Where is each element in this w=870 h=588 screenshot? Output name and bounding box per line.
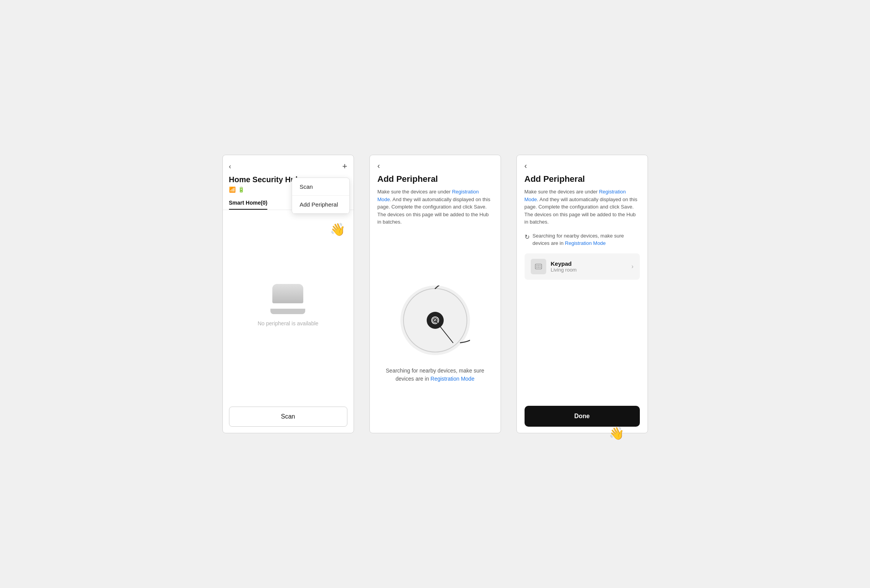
screen2-title: Add Peripheral [378,174,493,184]
svg-rect-9 [538,267,539,267]
wifi-icon: 📶 [229,186,236,193]
screens-container: ‹ + Home Security Hub › 📶 🔋 Smart Home(0… [222,155,648,433]
svg-line-3 [435,320,453,343]
screen2-desc: Make sure the devices are under Registra… [378,188,493,226]
spin-icon: ↻ [525,232,530,242]
screen3-search-link[interactable]: Registration Mode [565,240,606,246]
screen2-searching-text: Searching for nearby devices, make sure … [378,367,493,383]
svg-rect-7 [539,265,540,266]
back-button-screen1[interactable]: ‹ [229,162,231,171]
hub-device-icon [272,284,303,303]
scan-needle-svg [400,285,470,355]
scan-button[interactable]: Scan [229,407,347,427]
screen1-nav: ‹ + [229,161,347,171]
device-name: Keypad [551,260,627,267]
plus-button-screen1[interactable]: + [342,161,347,171]
hub-device-base [270,309,305,314]
back-button-screen2[interactable]: ‹ [378,161,493,170]
screen3-footer: Done 👋 [517,400,648,433]
no-peripheral-text: No peripheral is available [258,320,318,326]
screen1-title: Home Security Hub [229,175,300,184]
dropdown-menu: Scan Add Peripheral 👋 [292,178,350,214]
back-button-screen3[interactable]: ‹ [525,161,640,170]
device-chevron-icon: › [631,263,633,270]
svg-rect-10 [539,267,540,267]
scan-circle [400,285,470,355]
screen-3: ‹ Add Peripheral Make sure the devices a… [516,155,648,433]
cursor-hand-done: 👋 [609,426,624,441]
battery-icon: 🔋 [238,186,244,193]
screen3-header: ‹ Add Peripheral Make sure the devices a… [517,155,648,232]
searching-inline: ↻ Searching for nearby devices, make sur… [517,232,648,247]
svg-rect-4 [535,264,542,269]
keypad-icon [531,259,546,274]
device-room: Living room [551,267,627,273]
screen-2: ‹ Add Peripheral Make sure the devices a… [369,155,501,433]
dropdown-item-add-peripheral[interactable]: Add Peripheral [292,196,349,214]
screen2-search-link[interactable]: Registration Mode [431,376,475,382]
svg-rect-5 [536,265,537,266]
screen3-title: Add Peripheral [525,174,640,184]
screen3-desc: Make sure the devices are under Registra… [525,188,640,226]
dropdown-item-scan[interactable]: Scan [292,178,349,196]
device-list-item-keypad[interactable]: Keypad Living room › [525,253,640,280]
scanning-area: Searching for nearby devices, make sure … [370,232,501,433]
screen-1: ‹ + Home Security Hub › 📶 🔋 Smart Home(0… [222,155,354,433]
screen1-footer: Scan [223,400,354,433]
done-button[interactable]: Done [525,406,640,427]
tab-smart-home[interactable]: Smart Home(0) [229,197,268,210]
screen2-header: ‹ Add Peripheral Make sure the devices a… [370,155,501,232]
svg-rect-6 [538,265,539,266]
svg-rect-8 [536,267,537,267]
screen1-body: No peripheral is available [223,210,354,400]
device-info: Keypad Living room [551,260,627,273]
